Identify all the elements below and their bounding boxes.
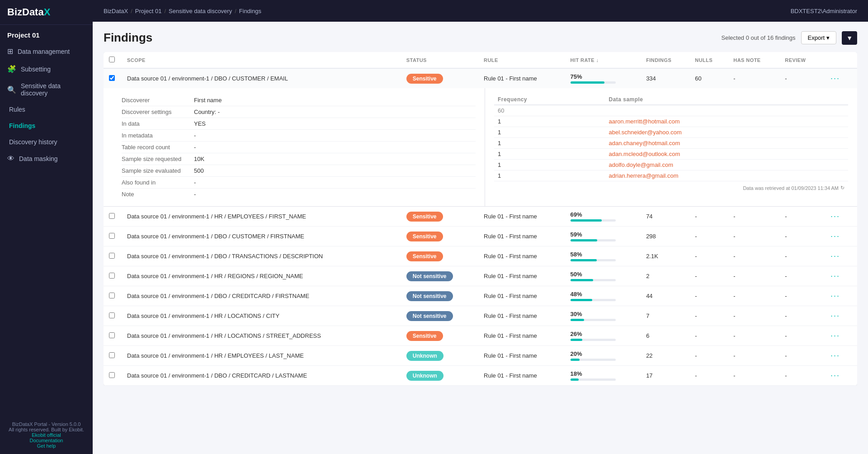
sidebar-item-label: Findings [9, 122, 35, 129]
scope-cell: Data source 01 / environment-1 / DBO / C… [122, 286, 401, 306]
breadcrumb-bizdatax[interactable]: BizDataX [104, 8, 128, 14]
sidebar-item-data-management[interactable]: ⊞ Data management [0, 43, 93, 60]
retrieve-text: Data was retrieved at 01/09/2023 11:34 A… [743, 185, 839, 191]
breadcrumb-sep3: / [235, 8, 236, 14]
col-hit-rate[interactable]: HIT RATE ↓ [565, 52, 641, 68]
row-checkbox[interactable] [109, 233, 115, 239]
sidebar-item-label: Rules [9, 106, 25, 113]
row-checkbox[interactable] [109, 352, 115, 358]
sidebar-item-label: Discovery history [9, 138, 57, 146]
rule-cell: Rule 01 - First name [478, 286, 565, 306]
row-actions-button[interactable]: ··· [828, 271, 843, 281]
filter-button[interactable]: ▼ [842, 31, 857, 45]
row-checkbox[interactable] [109, 75, 115, 81]
row-checkbox[interactable] [109, 332, 115, 338]
table-row[interactable]: Data source 01 / environment-1 / HR / EM… [104, 346, 857, 366]
hit-rate-cell: 30% [565, 306, 641, 326]
table-row[interactable]: Data source 01 / environment-1 / DBO / T… [104, 246, 857, 266]
status-cell: Unknown [401, 366, 478, 386]
row-actions-button[interactable]: ··· [828, 251, 843, 261]
sidebar-item-label: Data masking [19, 155, 58, 162]
actions-cell[interactable]: ··· [822, 286, 857, 306]
status-badge: Not sensitive [406, 311, 453, 321]
project-title: Project 01 [0, 25, 93, 43]
row-actions-button[interactable]: ··· [828, 331, 843, 340]
select-all-checkbox[interactable] [109, 57, 115, 62]
table-row[interactable]: Data source 01 / environment-1 / HR / RE… [104, 266, 857, 286]
row-checkbox[interactable] [109, 213, 115, 219]
col-scope: SCOPE [122, 52, 401, 68]
row-checkbox[interactable] [109, 273, 115, 279]
refresh-icon[interactable]: ↻ [840, 185, 844, 191]
breadcrumb-sensitive[interactable]: Sensitive data discovery [169, 8, 232, 14]
detail-label: In data [122, 120, 194, 127]
table-row[interactable]: Data source 01 / environment-1 / DBO / C… [104, 227, 857, 246]
findings-cell: 2.1K [641, 246, 689, 266]
hit-rate-cell: 20% [565, 346, 641, 366]
actions-cell[interactable]: ··· [822, 266, 857, 286]
actions-cell[interactable]: ··· [822, 246, 857, 266]
hit-rate-cell: 75% [565, 68, 641, 88]
sensitive-icon: 🔍 [7, 85, 16, 94]
row-actions-button[interactable]: ··· [828, 291, 843, 301]
rule-cell: Rule 01 - First name [478, 207, 565, 227]
table-row[interactable]: Data source 01 / environment-1 / DBO / C… [104, 366, 857, 386]
row-actions-button[interactable]: ··· [828, 351, 843, 360]
rule-cell: Rule 01 - First name [478, 346, 565, 366]
footer-link-docs[interactable]: Documentation [7, 438, 85, 443]
actions-cell[interactable]: ··· [822, 346, 857, 366]
table-row[interactable]: Data source 01 / environment-1 / HR / LO… [104, 306, 857, 326]
nulls-cell: - [689, 227, 728, 246]
filter-icon: ▼ [846, 34, 853, 42]
breadcrumb-sep2: / [164, 8, 166, 14]
row-actions-button[interactable]: ··· [828, 371, 843, 380]
detail-value: First name [194, 97, 222, 104]
findings-cell: 44 [641, 286, 689, 306]
row-checkbox[interactable] [109, 293, 115, 298]
actions-cell[interactable]: ··· [822, 366, 857, 386]
row-checkbox[interactable] [109, 312, 115, 318]
logo-area: BizDataX [0, 0, 93, 25]
status-cell: Sensitive [401, 227, 478, 246]
sidebar-item-data-masking[interactable]: 👁 Data masking [0, 150, 93, 167]
row-actions-button[interactable]: ··· [828, 311, 843, 321]
table-row[interactable]: Data source 01 / environment-1 / DBO / C… [104, 286, 857, 306]
detail-label: Sample size evaluated [122, 167, 194, 174]
breadcrumb-project[interactable]: Project 01 [135, 8, 162, 14]
review-cell: - [779, 207, 822, 227]
actions-cell[interactable]: ··· [822, 207, 857, 227]
footer-link-help[interactable]: Get help [7, 443, 85, 449]
table-header: SCOPE STATUS RULE HIT RATE ↓ FINDINGS NU… [104, 52, 857, 68]
sidebar-item-discovery-history[interactable]: Discovery history [0, 134, 93, 150]
footer-link-ekobit[interactable]: Ekobit official [7, 432, 85, 438]
row-checkbox[interactable] [109, 372, 115, 378]
data-masking-icon: 👁 [7, 155, 14, 163]
findings-cell: 6 [641, 326, 689, 346]
table-row[interactable]: Data source 01 / environment-1 / HR / LO… [104, 326, 857, 346]
actions-cell[interactable]: ··· [822, 68, 857, 88]
rule-cell: Rule 01 - First name [478, 246, 565, 266]
actions-cell[interactable]: ··· [822, 227, 857, 246]
table-row[interactable]: Data source 01 / environment-1 / DBO / C… [104, 68, 857, 88]
table-row[interactable]: Data source 01 / environment-1 / HR / EM… [104, 207, 857, 227]
sidebar-item-sensitive[interactable]: 🔍 Sensitive data discovery [0, 78, 93, 101]
row-checkbox[interactable] [109, 253, 115, 259]
sidebar-item-rules[interactable]: Rules [0, 101, 93, 118]
sidebar-item-findings[interactable]: Findings [0, 118, 93, 134]
col-review: REVIEW [779, 52, 822, 68]
status-cell: Sensitive [401, 207, 478, 227]
row-actions-button[interactable]: ··· [828, 212, 843, 221]
has-note-cell: - [728, 286, 779, 306]
hit-rate-cell: 48% [565, 286, 641, 306]
row-actions-button[interactable]: ··· [828, 74, 843, 83]
detail-value: YES [194, 120, 206, 127]
actions-cell[interactable]: ··· [822, 306, 857, 326]
sidebar: BizDataX Project 01 ⊞ Data management 🧩 … [0, 0, 93, 454]
sidebar-item-subsetting[interactable]: 🧩 Subsetting [0, 60, 93, 78]
logo-biz: BizData [7, 6, 44, 18]
breadcrumb-findings[interactable]: Findings [239, 8, 261, 14]
actions-cell[interactable]: ··· [822, 326, 857, 346]
export-button[interactable]: Export ▾ [801, 31, 837, 44]
row-actions-button[interactable]: ··· [828, 232, 843, 241]
detail-right: Frequency Data sample 60 1 aaron.merritt… [485, 88, 857, 206]
